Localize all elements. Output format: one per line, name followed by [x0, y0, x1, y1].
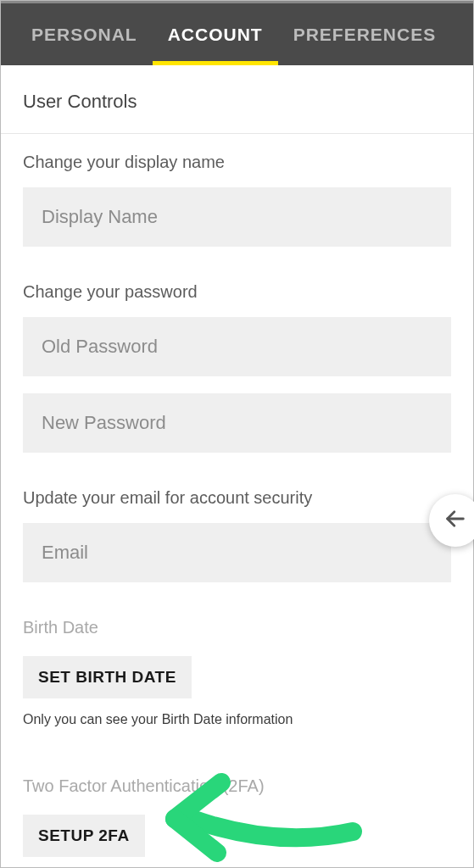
section-title: User Controls — [1, 65, 473, 133]
old-password-input[interactable] — [23, 317, 451, 376]
email-label: Update your email for account security — [23, 488, 451, 508]
settings-screen: PERSONAL ACCOUNT PREFERENCES User Contro… — [0, 0, 474, 868]
tab-account[interactable]: ACCOUNT — [153, 3, 278, 65]
display-name-input[interactable] — [23, 187, 451, 247]
password-group: Change your password — [1, 264, 473, 453]
birth-date-group: Birth Date SET BIRTH DATE Only you can s… — [1, 599, 473, 729]
display-name-label: Change your display name — [23, 153, 451, 172]
two-fa-group: Two Factor Authentication (2FA) SETUP 2F… — [1, 729, 473, 868]
tab-personal[interactable]: PERSONAL — [16, 3, 153, 65]
password-label: Change your password — [23, 282, 451, 302]
email-input[interactable] — [23, 523, 451, 582]
tab-bar: PERSONAL ACCOUNT PREFERENCES — [1, 1, 473, 65]
arrow-left-icon — [443, 507, 467, 534]
set-birth-date-button[interactable]: SET BIRTH DATE — [23, 656, 192, 698]
birth-date-help: Only you can see your Birth Date informa… — [23, 710, 451, 729]
new-password-input[interactable] — [23, 393, 451, 453]
email-group: Update your email for account security — [1, 470, 473, 582]
display-name-group: Change your display name — [1, 134, 473, 247]
back-button[interactable] — [429, 494, 474, 547]
setup-2fa-button[interactable]: SETUP 2FA — [23, 815, 145, 857]
tab-preferences[interactable]: PREFERENCES — [278, 3, 452, 65]
page-body: User Controls Change your display name C… — [1, 65, 473, 868]
birth-date-label: Birth Date — [23, 618, 451, 637]
two-fa-label: Two Factor Authentication (2FA) — [23, 776, 451, 796]
